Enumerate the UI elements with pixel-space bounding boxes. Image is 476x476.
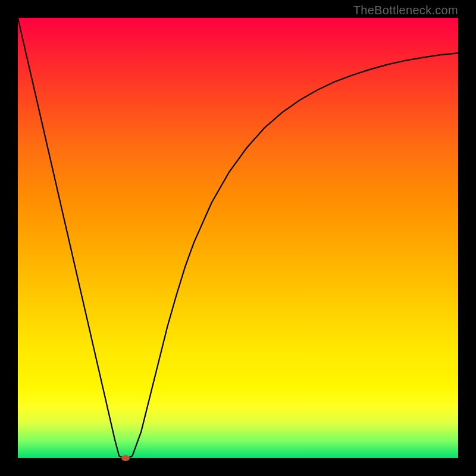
chart-frame: TheBottleneck.com	[0, 0, 476, 476]
bottleneck-curve	[18, 18, 458, 458]
optimal-point-marker	[121, 455, 130, 461]
attribution-text: TheBottleneck.com	[353, 4, 458, 17]
bottleneck-plot	[18, 18, 458, 458]
